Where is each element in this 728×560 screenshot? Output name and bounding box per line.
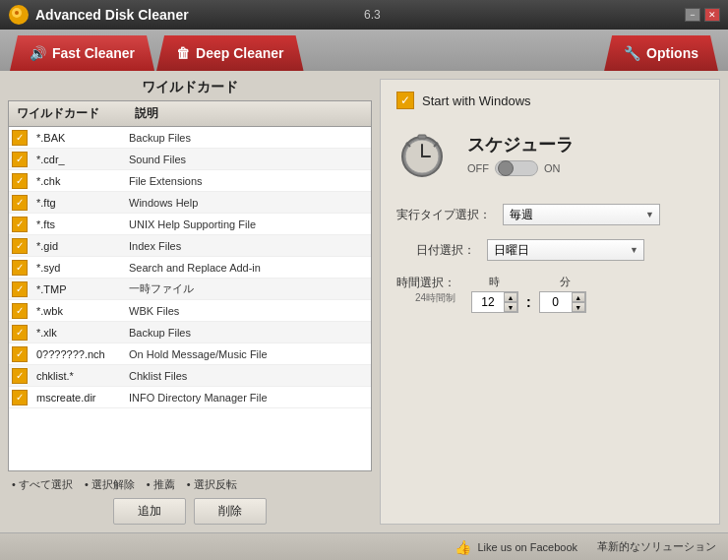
app-icon [8,4,30,26]
table-row: ✓ *.wbk WBK Files [9,300,371,322]
col-desc-header: 説明 [131,103,367,124]
lightning-icon: 🔊 [30,45,46,61]
min-header: 分 [542,275,587,289]
row-ext: *.chk [34,175,129,187]
row-checkbox[interactable]: ✓ [12,346,28,362]
row-checkbox[interactable]: ✓ [12,390,28,405]
exec-type-row: 実行タイプ選択： 毎週 毎日 毎月 [396,204,703,225]
footer-facebook[interactable]: 👍 Like us on Facebook [455,539,577,555]
startup-checkbox[interactable]: ✓ [396,92,414,109]
col-wildcard-header: ワイルドカード [13,103,131,124]
row-desc: Index Files [129,240,369,252]
action-link[interactable]: 推薦 [143,475,179,494]
hour-input[interactable] [472,293,504,311]
tabs-bar: 🔊 Fast Cleaner 🗑 Deep Cleaner 🔧 Options [0,30,728,71]
table-row: ✓ chklist.* Chklist Files [9,365,371,387]
row-ext: 0???????.nch [34,348,129,360]
row-checkbox[interactable]: ✓ [12,217,28,232]
row-checkbox[interactable]: ✓ [12,173,28,189]
tab-fast-cleaner[interactable]: 🔊 Fast Cleaner [10,35,154,71]
table-row: ✓ *.chk File Extensions [9,170,371,192]
titlebar-controls: − ✕ [685,8,720,22]
min-input-group: ▲ ▼ [539,291,586,313]
min-spin-up[interactable]: ▲ [572,292,585,302]
tab-deep-label: Deep Cleaner [196,45,283,61]
tab-options[interactable]: 🔧 Options [604,35,718,71]
footer-solution-link[interactable]: 革新的なソリューション [597,539,716,554]
row-checkbox[interactable]: ✓ [12,130,28,146]
row-checkbox[interactable]: ✓ [12,303,28,319]
row-ext: *.fts [34,218,129,230]
wildcard-table: ワイルドカード 説明 ✓ *.BAK Backup Files ✓ *.cdr_… [8,100,372,471]
row-ext: *.cdr_ [34,154,129,165]
hour-spin-up[interactable]: ▲ [504,292,517,302]
exec-type-select[interactable]: 毎週 毎日 毎月 [503,204,660,225]
toggle-on-label: ON [544,162,561,174]
scheduler-info: スケジューラ OFF ON [467,133,574,176]
toggle-knob [498,160,514,176]
svg-rect-7 [418,135,426,139]
min-input[interactable] [540,293,572,311]
tab-fast-label: Fast Cleaner [52,45,135,61]
table-row: ✓ *.ftg Windows Help [9,192,371,214]
tab-deep-cleaner[interactable]: 🗑 Deep Cleaner [156,35,303,71]
colon-sep [524,275,534,289]
time-colon: : [526,294,531,310]
hour-header: 時 [471,275,516,289]
hour-spin-down[interactable]: ▼ [504,302,517,312]
add-button[interactable]: 追加 [113,498,186,525]
table-row: ✓ 0???????.nch On Hold Message/Music Fil… [9,343,371,365]
delete-button[interactable]: 削除 [194,498,267,525]
date-label: 日付選択： [396,242,475,259]
row-desc: File Extensions [129,175,369,187]
scheduler-section: スケジューラ OFF ON [396,129,703,180]
minimize-button[interactable]: − [685,8,700,22]
row-checkbox[interactable]: ✓ [12,260,28,276]
scheduler-toggle-switch[interactable] [495,160,538,176]
clock-icon [396,129,448,180]
min-spin-down[interactable]: ▼ [572,302,585,312]
action-link[interactable]: すべて選択 [8,475,77,494]
exec-type-select-wrapper: 毎週 毎日 毎月 [503,204,660,225]
action-link[interactable]: 選択反転 [183,475,241,494]
close-button[interactable]: ✕ [704,8,720,22]
time-row: 時間選択： 24時間制 時 分 ▲ ▼ : [396,275,703,313]
row-checkbox[interactable]: ✓ [12,152,28,167]
row-checkbox[interactable]: ✓ [12,281,28,297]
time-inputs-group: 時 分 ▲ ▼ : ▲ [467,275,587,313]
main-content: ワイルドカード ワイルドカード 説明 ✓ *.BAK Backup Files … [0,71,728,532]
wildcard-list[interactable]: ✓ *.BAK Backup Files ✓ *.cdr_ Sound File… [9,127,371,470]
wildcard-actions: すべて選択選択解除推薦選択反転 [8,475,372,494]
date-select[interactable]: 日曜日 月曜日 火曜日 水曜日 木曜日 金曜日 土曜日 [487,239,644,261]
table-row: ✓ *.cdr_ Sound Files [9,149,371,170]
table-row: ✓ *.xlk Backup Files [9,322,371,343]
time-sublabel: 24時間制 [415,291,455,305]
row-ext: *.TMP [34,283,129,295]
titlebar: Advanced Disk Cleaner 6.3 − ✕ [0,0,728,30]
tools-icon: 🔧 [624,45,640,61]
date-select-wrapper: 日曜日 月曜日 火曜日 水曜日 木曜日 金曜日 土曜日 [487,239,644,261]
row-checkbox[interactable]: ✓ [12,325,28,341]
row-ext: chklist.* [34,370,129,382]
min-spinners: ▲ ▼ [572,292,585,312]
row-checkbox[interactable]: ✓ [12,195,28,211]
row-desc: WBK Files [129,305,369,317]
row-ext: mscreate.dir [34,392,129,404]
panel-title: ワイルドカード [8,79,372,96]
row-desc: INFO Directory Manager File [129,392,369,404]
row-desc: Sound Files [129,154,369,165]
row-ext: *.ftg [34,197,129,209]
row-checkbox[interactable]: ✓ [12,368,28,384]
row-checkbox[interactable]: ✓ [12,238,28,254]
row-ext: *.BAK [34,132,129,144]
hour-spinners: ▲ ▼ [504,292,517,312]
startup-row: ✓ Start with Windows [396,92,703,109]
row-ext: *.gid [34,240,129,252]
titlebar-version: 6.3 [364,8,685,22]
footer: 👍 Like us on Facebook 革新的なソリューション [0,532,728,560]
table-row: ✓ *.fts UNIX Help Supporting File [9,214,371,235]
table-row: ✓ *.TMP 一時ファイル [9,279,371,300]
action-link[interactable]: 選択解除 [81,475,139,494]
table-header: ワイルドカード 説明 [9,101,371,127]
thumbs-up-icon: 👍 [455,539,471,555]
